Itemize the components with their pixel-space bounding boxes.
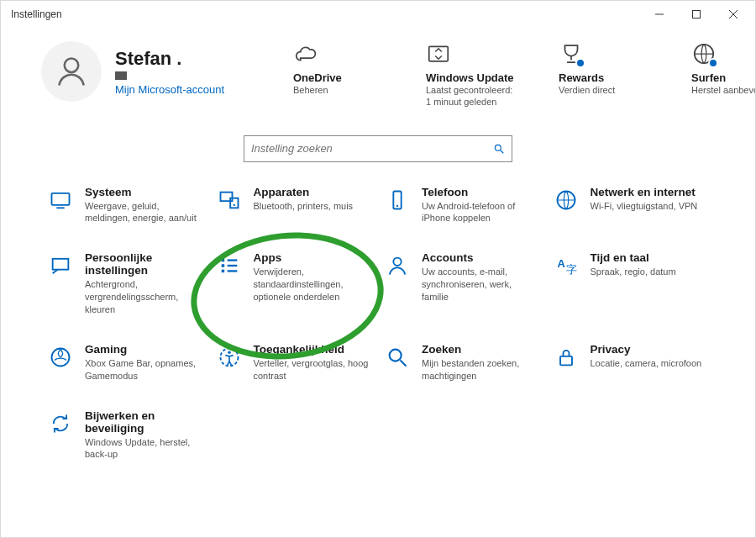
svg-rect-20 [221,270,224,273]
display-icon [48,187,73,213]
category-desc: Bluetooth, printers, muis [254,200,372,213]
category-title: Toegankelijkheid [254,343,372,356]
accessibility-icon [217,345,242,370]
gaming-icon [48,345,73,370]
cloud-icon [293,41,318,66]
category-title: Bijwerken en beveiliging [85,409,203,435]
search-input[interactable] [251,142,493,155]
sync-icon [426,41,451,66]
svg-rect-18 [221,259,224,262]
category-title: Persoonlijke instellingen [85,251,203,277]
category-desc: Windows Update, herstel, back-up [85,436,203,462]
svg-rect-9 [52,193,70,204]
category-phone[interactable]: TelefoonUw Android-telefoon of iPhone ko… [385,186,540,225]
status-title: Rewards [559,71,604,84]
category-privacy[interactable]: PrivacyLocatie, camera, microfoon [554,343,709,382]
category-desc: Weergave, geluid, meldingen, energie, aa… [85,200,203,225]
person-icon [53,53,90,90]
category-title: Zoeken [422,343,540,356]
svg-rect-17 [53,259,69,270]
status-tiles: OneDrive Beheren Windows Update Laatst g… [293,41,756,108]
category-desc: Uw accounts, e-mail, synchroniseren, wer… [422,266,540,303]
category-title: Telefoon [422,186,540,198]
ms-account-link[interactable]: Mijn Microsoft-account [115,83,224,96]
apps-icon [217,253,242,278]
category-title: Apparaten [254,186,372,198]
minimize-button[interactable] [641,1,678,28]
search-row [1,135,755,162]
category-title: Tijd en taal [591,251,709,264]
phone-icon [385,187,410,213]
search-box[interactable] [244,135,512,162]
close-button[interactable] [715,1,752,28]
titlebar: Instellingen [1,1,755,28]
svg-point-29 [228,351,231,354]
category-desc: Verwijderen, standaardinstellingen, opti… [254,266,372,303]
person-icon [385,253,410,278]
status-sub: Verdien direct [559,84,615,96]
category-desc: Verteller, vergrootglas, hoog contrast [254,357,372,382]
category-devices[interactable]: ApparatenBluetooth, printers, muis [217,186,372,225]
svg-point-7 [495,145,501,150]
language-icon: A字 [554,253,579,278]
window-title: Instellingen [11,8,641,20]
svg-rect-19 [221,265,224,268]
lock-icon [554,345,579,370]
category-desc: Xbox Game Bar, opnames, Gamemodus [85,357,203,382]
svg-rect-1 [693,11,701,18]
category-desc: Locatie, camera, microfoon [591,357,709,370]
status-sub: Laatst gecontroleerd: 1 minuut geleden [426,84,512,108]
category-network[interactable]: Netwerk en internetWi-Fi, vliegtuigstand… [554,186,709,225]
category-system[interactable]: SysteemWeergave, geluid, meldingen, ener… [48,186,203,225]
status-rewards[interactable]: Rewards Verdien direct [559,41,651,108]
status-onedrive[interactable]: OneDrive Beheren [293,41,386,108]
category-accessibility[interactable]: ToegankelijkheidVerteller, vergrootglas,… [217,343,372,382]
paint-icon [48,253,73,278]
category-search[interactable]: ZoekenMijn bestanden zoeken, machtiginge… [385,343,540,382]
svg-text:字: 字 [566,264,577,277]
category-time-language[interactable]: A字 Tijd en taalSpraak, regio, datum [554,251,709,316]
svg-text:A: A [557,258,564,271]
category-title: Netwerk en internet [591,186,709,198]
svg-line-31 [401,360,407,366]
category-title: Accounts [422,251,540,264]
svg-point-30 [390,349,402,361]
svg-point-13 [233,203,234,205]
status-sub: Herstel aanbevolen [691,84,756,96]
svg-rect-12 [230,198,238,208]
category-desc: Spraak, regio, datum [591,266,709,278]
devices-icon [217,187,242,213]
profile-block[interactable]: Stefan . Mijn Microsoft-account [41,41,293,102]
profile-name: Stefan . [115,48,224,70]
update-icon [48,411,73,436]
category-title: Privacy [591,343,709,356]
category-apps[interactable]: AppsVerwijderen, standaardinstellingen, … [217,251,372,316]
svg-point-24 [393,258,401,266]
svg-rect-32 [560,356,572,366]
status-title: Surfen [691,71,726,84]
status-title: OneDrive [293,71,342,84]
globe-icon [554,187,579,213]
category-personalization[interactable]: Persoonlijke instellingenAchtergrond, ve… [48,251,203,316]
category-desc: Achtergrond, vergrendelingsscherm, kleur… [85,278,203,316]
status-title: Windows Update [426,71,514,84]
profile-redacted [115,71,127,80]
search-icon [385,345,410,370]
status-sub: Beheren [293,84,328,96]
maximize-button[interactable] [678,1,715,28]
search-icon [493,143,505,155]
rewards-icon [559,41,584,66]
status-browse[interactable]: Surfen Herstel aanbevolen [691,41,756,108]
category-gaming[interactable]: GamingXbox Game Bar, opnames, Gamemodus [48,343,203,382]
category-desc: Mijn bestanden zoeken, machtigingen [422,357,540,382]
status-update[interactable]: Windows Update Laatst gecontroleerd: 1 m… [426,41,518,108]
category-update-security[interactable]: Bijwerken en beveiligingWindows Update, … [48,409,203,462]
svg-point-4 [65,58,79,72]
category-title: Systeem [85,186,203,198]
header-area: Stefan . Mijn Microsoft-account OneDrive… [1,28,755,115]
category-desc: Wi-Fi, vliegtuigstand, VPN [591,200,709,213]
avatar [41,41,102,102]
category-accounts[interactable]: AccountsUw accounts, e-mail, synchronise… [385,251,540,316]
svg-point-15 [396,204,398,206]
category-title: Gaming [85,343,203,356]
